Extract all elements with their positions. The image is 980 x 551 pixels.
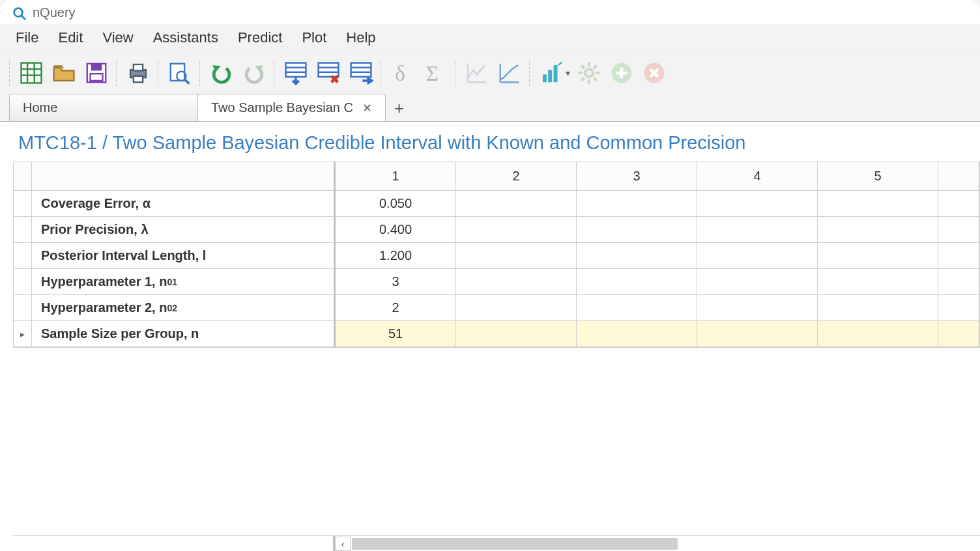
cell[interactable] — [456, 243, 577, 269]
tab-home[interactable]: Home — [9, 94, 198, 121]
chevron-down-icon[interactable]: ▾ — [566, 68, 572, 78]
cell[interactable] — [818, 191, 938, 217]
col-header-3[interactable]: 3 — [577, 162, 697, 191]
scroll-left-button[interactable]: ‹ — [335, 537, 351, 551]
table-row: Posterior Interval Length, l1.200 — [14, 243, 979, 269]
menu-edit[interactable]: Edit — [53, 27, 88, 49]
tab-two-sample-bayesian[interactable]: Two Sample Bayesian C ✕ — [197, 94, 386, 121]
gear-icon[interactable] — [573, 57, 605, 89]
row-handle[interactable] — [14, 217, 32, 243]
cell[interactable] — [577, 295, 697, 321]
col-header-4[interactable]: 4 — [697, 162, 818, 191]
table-row: Coverage Error, α0.050 — [14, 191, 979, 217]
col-header-2[interactable]: 2 — [456, 162, 577, 191]
cell[interactable] — [456, 269, 577, 295]
svg-line-1 — [22, 15, 25, 18]
cell[interactable] — [456, 321, 577, 347]
row-handle[interactable] — [14, 191, 32, 217]
horizontal-scrollbar[interactable]: ‹ — [13, 535, 980, 551]
bar-chart-icon[interactable] — [536, 57, 567, 89]
cell[interactable] — [456, 191, 577, 217]
cell[interactable] — [456, 217, 577, 243]
close-icon[interactable]: ✕ — [362, 101, 372, 115]
param-label: Coverage Error, α — [32, 191, 336, 217]
svg-rect-28 — [548, 70, 552, 82]
cell-tail — [938, 295, 979, 321]
cell[interactable] — [697, 321, 818, 347]
table-row: Prior Precision, λ0.400 — [14, 217, 979, 243]
cell[interactable] — [577, 269, 697, 295]
table-row: ▸Sample Size per Group, n51 — [14, 321, 979, 347]
cell[interactable] — [577, 217, 697, 243]
toolbar-separator — [274, 60, 276, 86]
cell[interactable] — [577, 191, 697, 217]
toolbar-separator — [116, 60, 119, 86]
redo-icon[interactable] — [238, 57, 270, 89]
svg-rect-22 — [351, 63, 371, 77]
sigma-icon[interactable]: Σ — [420, 57, 451, 89]
add-icon[interactable] — [606, 57, 637, 89]
table-next-icon[interactable] — [345, 57, 377, 89]
grid-header-row: 1 2 3 4 5 — [14, 162, 979, 191]
svg-rect-29 — [554, 65, 558, 82]
cell-tail — [938, 269, 979, 295]
cell[interactable] — [818, 269, 938, 295]
cell[interactable]: 0.400 — [336, 217, 456, 243]
tab-add-button[interactable]: + — [385, 96, 413, 121]
cell-tail — [938, 243, 979, 269]
menu-plot[interactable]: Plot — [296, 27, 332, 49]
cell-tail — [938, 321, 979, 347]
cell[interactable] — [818, 295, 938, 321]
col-header-1[interactable]: 1 — [336, 162, 456, 191]
svg-rect-2 — [22, 63, 42, 83]
cell[interactable] — [697, 191, 818, 217]
scrollbar-spacer — [13, 536, 335, 551]
svg-rect-8 — [91, 64, 102, 71]
titlebar: nQuery — [0, 0, 980, 24]
row-handle[interactable] — [14, 243, 32, 269]
menu-view[interactable]: View — [97, 27, 138, 49]
menu-help[interactable]: Help — [341, 27, 381, 49]
cell[interactable] — [697, 295, 818, 321]
page-title: MTC18-1 / Two Sample Bayesian Credible I… — [13, 131, 980, 162]
row-handle[interactable] — [14, 295, 32, 321]
cell[interactable] — [697, 269, 818, 295]
col-header-5[interactable]: 5 — [818, 162, 938, 191]
undo-icon[interactable] — [206, 57, 237, 89]
menu-predict[interactable]: Predict — [233, 27, 287, 49]
cell[interactable] — [577, 243, 697, 269]
menu-assistants[interactable]: Assistants — [148, 27, 223, 49]
cell[interactable]: 0.050 — [336, 191, 456, 217]
toolbar: δ Σ ▾ — [0, 56, 980, 92]
table-insert-icon[interactable] — [280, 57, 311, 89]
tab-label: Two Sample Bayesian C — [211, 100, 353, 115]
scroll-thumb[interactable] — [352, 538, 678, 550]
trend-chart-icon[interactable] — [494, 57, 525, 89]
col-header-tail — [938, 162, 979, 191]
save-icon[interactable] — [81, 57, 112, 89]
row-handle[interactable]: ▸ — [14, 321, 32, 347]
table-new-icon[interactable] — [16, 57, 47, 89]
row-handle-header — [14, 162, 32, 191]
cell[interactable] — [577, 321, 697, 347]
folder-open-icon[interactable] — [48, 57, 79, 89]
svg-rect-16 — [286, 63, 306, 77]
menu-file[interactable]: File — [10, 27, 44, 49]
cell[interactable] — [818, 243, 938, 269]
remove-icon[interactable] — [639, 57, 670, 89]
table-delete-icon[interactable] — [313, 57, 344, 89]
cell[interactable]: 1.200 — [336, 243, 456, 269]
line-chart-icon[interactable] — [461, 57, 493, 89]
print-icon[interactable] — [122, 57, 154, 89]
cell[interactable] — [697, 217, 818, 243]
row-handle[interactable] — [14, 269, 32, 295]
cell[interactable] — [818, 217, 938, 243]
cell[interactable]: 2 — [336, 295, 456, 321]
cell[interactable] — [818, 321, 938, 347]
delta-icon[interactable]: δ — [387, 57, 418, 89]
cell[interactable] — [697, 243, 818, 269]
zoom-icon[interactable] — [164, 57, 195, 89]
cell[interactable] — [456, 295, 577, 321]
cell[interactable]: 51 — [336, 321, 456, 347]
cell[interactable]: 3 — [336, 269, 456, 295]
